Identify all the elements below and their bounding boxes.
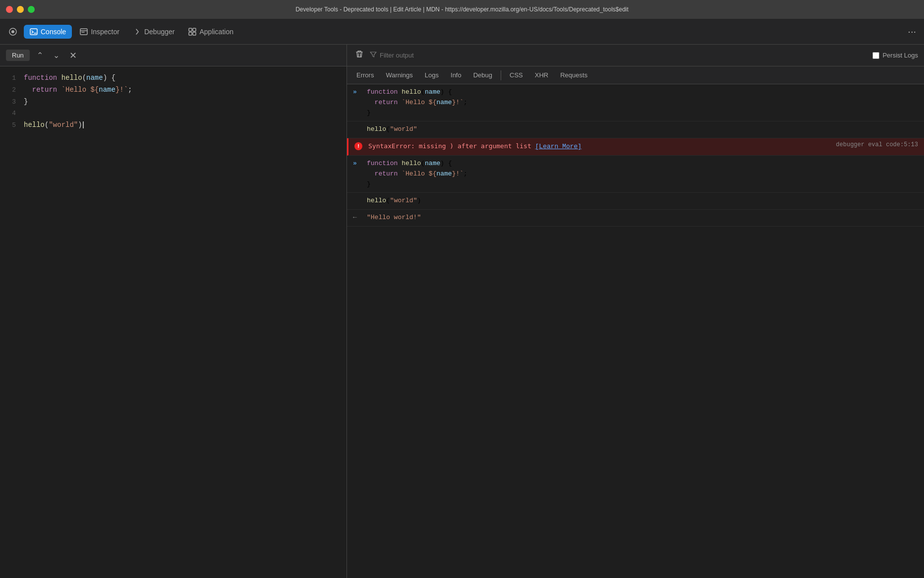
tab-debugger[interactable]: Debugger bbox=[127, 25, 181, 39]
main-content: Run ⌃ ⌄ ✕ 1 function hello(name) { 2 ret… bbox=[0, 45, 924, 578]
filter-input[interactable] bbox=[380, 52, 868, 59]
minimize-button[interactable] bbox=[17, 6, 24, 13]
entry-icon-2 bbox=[353, 124, 363, 125]
entry-icon-5 bbox=[353, 196, 363, 197]
learn-more-link[interactable]: [Learn More] bbox=[535, 143, 582, 150]
traffic-lights bbox=[6, 6, 35, 13]
console-toolbar: Persist Logs bbox=[347, 45, 924, 66]
inspector-icon bbox=[80, 28, 88, 36]
tab-console[interactable]: Console bbox=[24, 25, 72, 39]
svg-rect-6 bbox=[189, 32, 192, 35]
code-line-1: 1 function hello(name) { bbox=[0, 72, 346, 84]
filter-tab-warnings[interactable]: Warnings bbox=[380, 69, 418, 81]
editor-panel: Run ⌃ ⌄ ✕ 1 function hello(name) { 2 ret… bbox=[0, 45, 347, 578]
filter-tab-debug[interactable]: Debug bbox=[468, 69, 498, 81]
console-entry-result: ← "Hello world!" bbox=[347, 210, 924, 227]
console-entry-2: hello("world" bbox=[347, 121, 924, 138]
tab-inspector[interactable]: Inspector bbox=[74, 25, 125, 39]
entry-icon-result: ← bbox=[353, 213, 363, 221]
entry-content-5: hello("world") bbox=[367, 196, 918, 206]
devtools-icon-button[interactable] bbox=[4, 23, 22, 41]
filter-tab-css[interactable]: CSS bbox=[504, 69, 528, 81]
result-arrow-icon: ← bbox=[353, 214, 357, 221]
svg-rect-4 bbox=[189, 28, 192, 31]
application-icon bbox=[188, 28, 196, 36]
console-filter-tabs: Errors Warnings Logs Info Debug CSS XHR … bbox=[347, 66, 924, 84]
entry-content-result: "Hello world!" bbox=[367, 213, 918, 223]
entry-icon-4: » bbox=[353, 159, 363, 167]
tab-application-label: Application bbox=[199, 28, 233, 36]
entry-line: function hello(name) { bbox=[367, 87, 918, 98]
toolbar: Console Inspector Debugger bbox=[0, 19, 924, 45]
close-button[interactable] bbox=[6, 6, 13, 13]
code-line-5: 5 hello("world") bbox=[0, 119, 346, 131]
error-icon: ! bbox=[354, 142, 362, 150]
console-entry-4: » function hello(name) { return `Hello $… bbox=[347, 156, 924, 193]
entry-line: return `Hello ${name}!`; bbox=[367, 169, 918, 179]
console-entry-1: » function hello(name) { return `Hello $… bbox=[347, 84, 924, 121]
code-editor[interactable]: 1 function hello(name) { 2 return `Hello… bbox=[0, 66, 346, 578]
title-bar: Developer Tools - Deprecated tools | Edi… bbox=[0, 0, 924, 19]
filter-icon bbox=[370, 51, 377, 59]
clear-console-button[interactable] bbox=[353, 48, 366, 63]
error-message: SyntaxError: missing ) after argument li… bbox=[368, 142, 535, 150]
error-location: debugger eval code:5:13 bbox=[836, 141, 918, 148]
entry-line: return `Hello ${name}!`; bbox=[367, 98, 918, 108]
svg-rect-3 bbox=[80, 29, 87, 35]
entry-content-1: function hello(name) { return `Hello ${n… bbox=[367, 87, 918, 118]
entry-content-2: hello("world" bbox=[367, 124, 918, 135]
code-line-2: 2 return `Hello ${name}!`; bbox=[0, 84, 346, 96]
filter-tab-info[interactable]: Info bbox=[445, 69, 467, 81]
navigate-up-button[interactable]: ⌃ bbox=[34, 49, 46, 62]
svg-point-1 bbox=[11, 30, 14, 33]
entry-line: } bbox=[367, 108, 918, 118]
filter-tab-divider bbox=[501, 70, 501, 80]
tab-application[interactable]: Application bbox=[182, 25, 239, 39]
tab-console-label: Console bbox=[41, 28, 66, 36]
maximize-button[interactable] bbox=[28, 6, 35, 13]
input-chevron-icon: » bbox=[353, 88, 357, 96]
navigate-down-button[interactable]: ⌄ bbox=[50, 49, 62, 62]
svg-rect-2 bbox=[30, 29, 37, 35]
tab-inspector-label: Inspector bbox=[91, 28, 119, 36]
run-button[interactable]: Run bbox=[6, 50, 30, 61]
filter-tab-xhr[interactable]: XHR bbox=[529, 69, 554, 81]
filter-tab-requests[interactable]: Requests bbox=[555, 69, 593, 81]
console-panel: Persist Logs Errors Warnings Logs Info D… bbox=[347, 45, 924, 578]
console-icon bbox=[30, 28, 38, 36]
svg-rect-5 bbox=[193, 28, 196, 31]
entry-content-error: SyntaxError: missing ) after argument li… bbox=[368, 141, 832, 152]
entry-line: } bbox=[367, 179, 918, 190]
persist-logs-container: Persist Logs bbox=[872, 52, 918, 59]
filter-tab-logs[interactable]: Logs bbox=[419, 69, 444, 81]
persist-logs-checkbox[interactable] bbox=[872, 52, 879, 59]
filter-tab-errors[interactable]: Errors bbox=[351, 69, 379, 81]
entry-line: hello("world" bbox=[367, 124, 918, 135]
code-line-4: 4 bbox=[0, 108, 346, 119]
entry-line: hello("world") bbox=[367, 196, 918, 206]
entry-icon-1: » bbox=[353, 87, 363, 96]
editor-toolbar: Run ⌃ ⌄ ✕ bbox=[0, 45, 346, 66]
window-title: Developer Tools - Deprecated tools | Edi… bbox=[295, 6, 629, 13]
entry-content-4: function hello(name) { return `Hello ${n… bbox=[367, 159, 918, 189]
result-value: "Hello world!" bbox=[367, 214, 421, 221]
persist-logs-label: Persist Logs bbox=[882, 52, 918, 59]
console-entry-error: ! SyntaxError: missing ) after argument … bbox=[347, 138, 924, 156]
console-entry-5: hello("world") bbox=[347, 193, 924, 210]
debugger-icon bbox=[133, 28, 141, 36]
tab-debugger-label: Debugger bbox=[144, 28, 175, 36]
input-chevron-icon-2: » bbox=[353, 160, 357, 167]
entry-line: function hello(name) { bbox=[367, 159, 918, 169]
more-tools-button[interactable]: ··· bbox=[904, 26, 920, 37]
svg-rect-7 bbox=[193, 32, 196, 35]
filter-container bbox=[370, 51, 868, 59]
console-output[interactable]: » function hello(name) { return `Hello $… bbox=[347, 84, 924, 578]
code-line-3: 3 } bbox=[0, 96, 346, 108]
close-editor-button[interactable]: ✕ bbox=[66, 48, 80, 63]
entry-icon-error: ! bbox=[354, 141, 364, 150]
